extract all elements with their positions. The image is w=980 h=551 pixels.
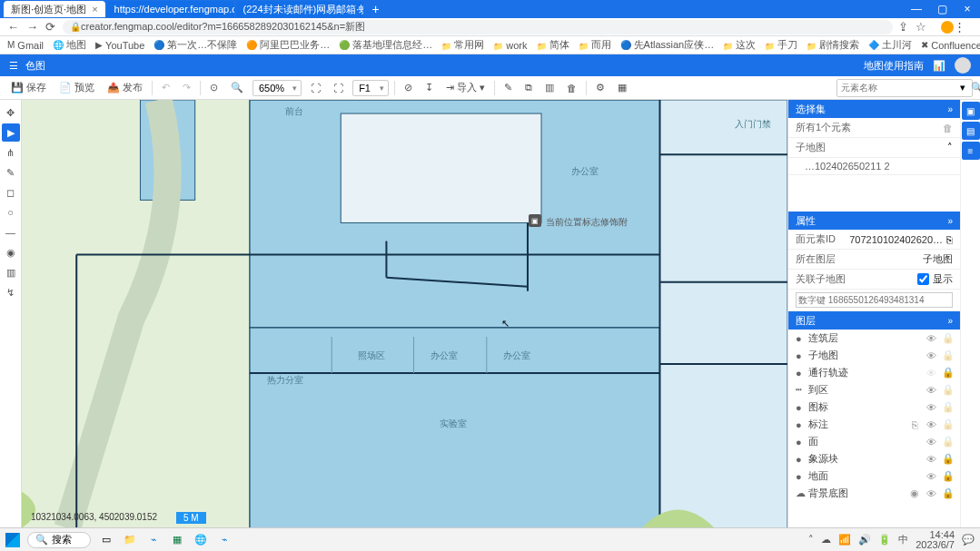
lock-icon[interactable]: 🔒: [942, 384, 953, 396]
layers-header[interactable]: 图层»: [788, 311, 960, 330]
cloud-icon[interactable]: ☁: [821, 534, 831, 546]
search-input[interactable]: [837, 83, 960, 93]
layer-row[interactable]: ●图标👁🔒: [788, 398, 960, 416]
publish-button[interactable]: 📤 发布: [104, 79, 146, 96]
expand-icon[interactable]: »: [947, 104, 953, 114]
hamburger-icon[interactable]: ☰: [9, 60, 18, 72]
redo-button[interactable]: ↷: [179, 80, 194, 95]
trash-icon[interactable]: 🗑: [563, 81, 580, 95]
bookmark-folder[interactable]: work: [493, 40, 527, 51]
layer-row[interactable]: ●连筑层👁🔒: [788, 330, 960, 347]
user-avatar[interactable]: [955, 57, 971, 74]
layer-row[interactable]: ┅到区👁🔒: [788, 381, 960, 398]
brush-tool[interactable]: ✎: [2, 163, 20, 182]
profile-avatar[interactable]: [941, 21, 954, 34]
shape-tool[interactable]: ◻: [2, 183, 20, 202]
bars-icon[interactable]: ▥: [541, 80, 558, 95]
number-input[interactable]: [796, 292, 953, 308]
zoom-select[interactable]: 650%: [252, 80, 302, 96]
eye-icon[interactable]: 👁: [926, 471, 936, 482]
edit-icon[interactable]: ✎: [500, 80, 516, 95]
lock-icon[interactable]: 🔒: [942, 487, 953, 499]
eye-icon[interactable]: 👁: [926, 350, 936, 361]
lock-icon[interactable]: 🔒: [942, 401, 953, 413]
vscode-icon[interactable]: ⌁: [145, 532, 162, 548]
select-tool[interactable]: ▶: [2, 123, 20, 142]
share-icon[interactable]: ⇪: [898, 20, 908, 34]
browser-tab[interactable]: 新图·创造页·地图×: [4, 1, 105, 17]
panel-toggle-2[interactable]: ▤: [962, 122, 980, 140]
battery-icon[interactable]: 🔋: [878, 534, 891, 546]
layer-row[interactable]: ☁背景底图◉👁🔒: [788, 485, 960, 502]
bookmark-folder[interactable]: 常用网: [441, 38, 484, 52]
fullscreen-button[interactable]: ⛶: [330, 81, 347, 95]
bookmark[interactable]: 🔷 土川河: [868, 38, 912, 52]
eye-icon[interactable]: 👁: [926, 437, 936, 448]
menu-icon[interactable]: ⋮: [954, 20, 965, 34]
trash-icon[interactable]: 🗑: [943, 123, 953, 133]
calendar-icon[interactable]: ▦: [614, 80, 630, 95]
map-canvas[interactable]: 前台 办公室 入门门禁 ▣ 当前位置标志修饰附 照场区 办公室 办公室 热力分室…: [22, 100, 787, 527]
lock-icon[interactable]: 🔒: [942, 349, 953, 361]
selection-item-row[interactable]: 子地图˄: [788, 138, 960, 158]
search-icon[interactable]: 🔍: [965, 82, 980, 93]
stats-icon[interactable]: 📊: [933, 60, 945, 72]
explorer-icon[interactable]: 📁: [122, 532, 138, 548]
minimize-button[interactable]: —: [904, 3, 929, 15]
bookmark[interactable]: 🟢 落基地理信息经…: [339, 38, 432, 52]
browser-tab[interactable]: https://developer.fengmap.c…×: [107, 1, 234, 17]
layer-row[interactable]: ●通行轨迹👁🔒: [788, 364, 960, 381]
marker-tool[interactable]: ◉: [2, 243, 20, 261]
expand-icon[interactable]: »: [947, 316, 953, 326]
bookmark-icon[interactable]: ☆: [916, 20, 926, 34]
show-checkbox[interactable]: [917, 273, 929, 285]
eye-icon[interactable]: 👁: [926, 385, 936, 396]
bookmark[interactable]: 🔵 第一次…不保障: [153, 38, 237, 52]
import-button[interactable]: ⇥ 导入 ▾: [442, 79, 489, 96]
close-button[interactable]: ×: [955, 3, 980, 15]
ime-icon[interactable]: 中: [898, 533, 908, 546]
clock[interactable]: 14:44 2023/6/7: [916, 530, 955, 550]
vscode2-icon[interactable]: ⌁: [216, 532, 233, 548]
lock-icon[interactable]: 🔒: [942, 453, 953, 465]
browser-tab[interactable]: (224封未读邮件)网易邮箱·蛟…×: [236, 1, 363, 17]
eye-icon[interactable]: 👁: [926, 402, 936, 413]
layer-row[interactable]: ●面👁🔒: [788, 433, 960, 450]
align-button[interactable]: ↧: [421, 80, 437, 95]
layer-row[interactable]: ●地面👁🔒: [788, 467, 960, 485]
bookmark-folder[interactable]: 剧情搜索: [807, 38, 859, 52]
layer-row[interactable]: ●子地图👁🔒: [788, 347, 960, 364]
zoom-icon[interactable]: 🔍: [227, 80, 247, 95]
layer-row[interactable]: ●象源块👁🔒: [788, 450, 960, 467]
new-tab-button[interactable]: +: [365, 2, 387, 16]
lock-icon[interactable]: 🔒: [942, 332, 953, 344]
maximize-button[interactable]: ▢: [929, 3, 955, 15]
lock-icon[interactable]: 🔒: [942, 470, 953, 482]
volume-icon[interactable]: 🔊: [858, 534, 871, 546]
save-button[interactable]: 💾 保存: [7, 79, 50, 96]
bookmark[interactable]: 🌐 地图: [53, 38, 86, 52]
layer-row[interactable]: ●标注⎘👁🔒: [788, 416, 960, 433]
wifi-icon[interactable]: 📶: [838, 534, 851, 546]
close-icon[interactable]: ×: [92, 4, 97, 15]
chrome-icon[interactable]: 🌐: [193, 532, 209, 548]
start-button[interactable]: [5, 533, 20, 547]
selection-header[interactable]: 选择集»: [788, 100, 960, 118]
eye-icon[interactable]: 👁: [926, 333, 936, 344]
bookmark-folder[interactable]: 这次: [723, 38, 756, 52]
ruler-tool[interactable]: ▥: [2, 263, 20, 281]
expand-icon[interactable]: »: [947, 216, 953, 226]
taskbar-search[interactable]: 🔍 搜索: [27, 532, 91, 548]
bookmark[interactable]: 🟠 阿里巴巴业务…: [246, 38, 330, 52]
chart-icon[interactable]: ⧉: [521, 80, 536, 95]
circle-tool[interactable]: ○: [2, 203, 20, 221]
bookmark[interactable]: 🔵 先Atlassian应侠…: [620, 38, 715, 52]
chevron-up-icon[interactable]: ˄: [947, 142, 953, 153]
url-input[interactable]: 🔒 creator.fengmap.cool/editor?m=16665828…: [63, 20, 893, 34]
bookmark[interactable]: ✖ Confluence: [921, 40, 980, 51]
zoom-fit-button[interactable]: ⊙: [206, 80, 222, 95]
line-tool[interactable]: —: [2, 223, 20, 241]
panel-toggle-1[interactable]: ▣: [962, 102, 980, 120]
fit-button[interactable]: ⛶: [307, 81, 324, 95]
location-marker-icon[interactable]: ▣: [529, 214, 541, 227]
